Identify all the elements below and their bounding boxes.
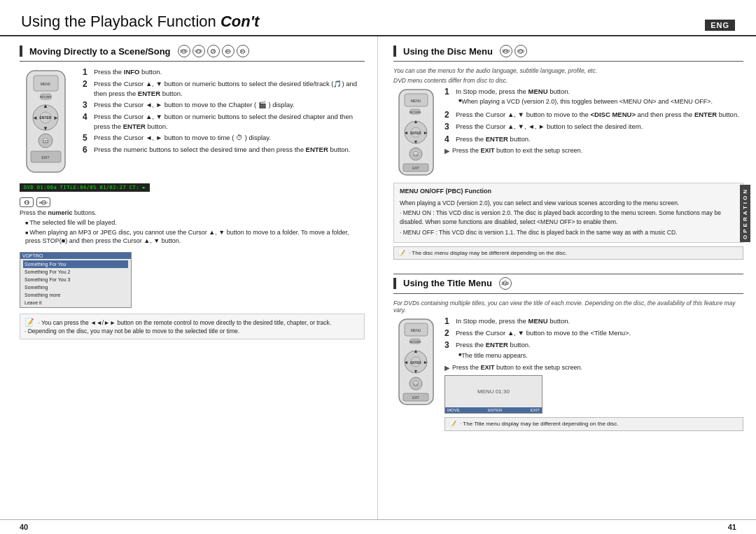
menu-onoff-desc: When playing a VCD (version 2.0), you ca… [400, 199, 737, 208]
svg-text:ENTER: ENTER [40, 115, 52, 120]
step-6: 6 Press the numeric buttons to select th… [83, 145, 365, 155]
disc-menu-note1: You can use the menus for the audio lang… [393, 67, 743, 74]
disc-menu-steps: 1 In Stop mode, press the MENU button. W… [444, 87, 743, 179]
disc-menu-divider [393, 61, 743, 62]
lang-badge: ENG [705, 20, 735, 31]
svg-text:◄: ◄ [404, 130, 409, 135]
svg-text:►: ► [424, 130, 428, 135]
note-icon: 📝 [24, 318, 34, 326]
disc-menu-icons: DVD VCD [500, 45, 527, 57]
title-steps-list: 1 In Stop mode, press the MENU button. 2… [444, 316, 743, 362]
title-screen-area: MENU 01:30 MOVE ENTER EXIT [444, 375, 743, 414]
title-arrow-icon: ▶ [444, 364, 450, 372]
title-menu-content: MENU RETURN ENTER ▲ ▼ ◄ ► [393, 316, 743, 434]
svg-text:EXIT: EXIT [41, 155, 49, 160]
step-instructions: 1 Press the INFO button. 2 Press the Cur… [83, 67, 365, 177]
disc-step-3: 3 Press the Cursor ▲, ▼, ◄, ► button to … [444, 122, 743, 132]
screen-mockup: VOPTRO Something For You Something For Y… [20, 252, 132, 308]
title-prefix: Using the Playback Function [21, 13, 216, 30]
screen-content: Something For You Something For You 2 So… [20, 259, 131, 308]
step-3: 3 Press the Cursor ◄, ► button to move t… [83, 100, 365, 110]
steps-list: 1 Press the INFO button. 2 Press the Cur… [83, 67, 365, 155]
svg-text:▲: ▲ [414, 119, 419, 124]
title-menu-title: Using the Title Menu [403, 278, 492, 288]
disc-arrow-step: ▶ Press the EXIT button to exit the setu… [444, 147, 743, 155]
svg-text:ENTER: ENTER [410, 132, 421, 135]
left-section-heading: Moving Directly to a Scene/Song DVD VCD … [20, 45, 365, 57]
svg-text:MENU: MENU [41, 82, 51, 86]
step-4: 4 Press the Cursor ▲, ▼ button or numeri… [83, 112, 365, 131]
section-divider [20, 61, 365, 62]
disc-menu-title: Using the Disc Menu [403, 46, 493, 57]
main-content: Moving Directly to a Scene/Song DVD VCD … [0, 36, 756, 519]
disc-heading-bar [393, 45, 396, 57]
numeric-section: 0-9 MENU Press the numeric buttons. The … [20, 197, 365, 246]
title-remote: MENU RETURN ENTER ▲ ▼ ◄ ► [393, 316, 439, 434]
svg-text:RETURN: RETURN [410, 111, 421, 114]
main-title: Using the Playback Function Con't [21, 13, 259, 31]
bullet-2: When playing an MP3 or JPEG disc, you ca… [25, 228, 365, 246]
heading-bar [20, 45, 22, 57]
step-5: 5 Press the Cursor ◄, ► button to move t… [83, 133, 365, 143]
screen-item-6: Leave it [23, 299, 128, 307]
menu-on-text: · MENU ON : This VCD disc is version 2.0… [400, 209, 737, 227]
right-col-inner: OPERATION Using the Disc Menu DVD VCD Yo… [393, 45, 743, 514]
title-disc-icon: DVD [499, 277, 512, 290]
disc-menu-heading: Using the Disc Menu DVD VCD [393, 45, 743, 57]
page-header: Using the Playback Function Con't ENG [0, 0, 756, 36]
numeric-label: Press the numeric buttons. [20, 209, 365, 216]
disc-step-2: 2 Press the Cursor ▲, ▼ button to move t… [444, 110, 743, 120]
svg-text:▲: ▲ [43, 103, 48, 109]
svg-text:CD: CD [414, 153, 418, 157]
screen-item-2: Something For You 2 [23, 268, 128, 276]
screen-item-4: Something [23, 283, 128, 291]
right-column: OPERATION Using the Disc Menu DVD VCD Yo… [378, 36, 756, 519]
title-bullet: The title menu appears. [458, 351, 743, 360]
page-numbers: 40 41 [0, 519, 756, 534]
title-screen-mockup: MENU 01:30 MOVE ENTER EXIT [444, 375, 542, 414]
left-section-title: Moving Directly to a Scene/Song [29, 46, 171, 57]
step-2: 2 Press the Cursor ▲, ▼ button or numeri… [83, 79, 365, 98]
svg-text:►: ► [424, 360, 428, 365]
title-remote-svg: MENU RETURN ENTER ▲ ▼ ◄ ► [393, 316, 439, 407]
disc-note-text: · The disc menu display may be different… [409, 249, 567, 257]
left-column: Moving Directly to a Scene/Song DVD VCD … [0, 36, 378, 519]
menu-onoff-title: MENU ON/OFF (PBC) Function [400, 187, 737, 197]
svg-text:RETURN: RETURN [410, 340, 421, 344]
page: Using the Playback Function Con't ENG Mo… [0, 0, 756, 534]
disc-menu-content: MENU RETURN ENTER ▲ ▼ ◄ ► [393, 87, 743, 179]
right-divider [393, 274, 743, 274]
title-nav-exit: EXIT [531, 408, 540, 412]
disc-icon-4: MP3 [222, 45, 234, 57]
title-step-1: 1 In Stop mode, press the MENU button. [444, 316, 743, 326]
operation-sidebar: OPERATION [740, 185, 750, 242]
remote-svg: MENU RETURN ENTER ▲ ▼ ◄ ► [20, 67, 72, 176]
arrow-icon: ▶ [444, 147, 450, 155]
numeric-icon-1: 0-9 [20, 197, 34, 207]
svg-text:◄: ◄ [32, 115, 38, 121]
disc-steps-list: 1 In Stop mode, press the MENU button. W… [444, 87, 743, 144]
svg-text:►: ► [53, 115, 59, 121]
svg-text:EXIT: EXIT [412, 167, 419, 170]
title-suffix: Con't [220, 13, 259, 30]
title-small-note: 📝 · The Title menu display may be differ… [444, 417, 743, 430]
title-nav-enter: ENTER [488, 408, 502, 412]
disc-menu-icon-1: DVD [500, 45, 512, 57]
disc-icon-3: CD [207, 45, 220, 57]
screen-area: VOPTRO Something For You Something For Y… [20, 249, 365, 311]
disc-small-note: 📝 · The disc menu display may be differe… [393, 246, 743, 260]
title-menu-icon: DVD [499, 277, 512, 290]
menu-off-text: · MENU OFF : This VCD disc is version 1.… [400, 228, 737, 237]
disc-menu-note2: DVD menu contents differ from disc to di… [393, 77, 743, 84]
note-pencil-icon: 📝 [398, 249, 405, 257]
title-nav-move: MOVE [447, 408, 460, 412]
svg-text:RETURN: RETURN [40, 95, 52, 99]
svg-text:CD: CD [43, 139, 48, 143]
screen-item-1: Something For You [23, 260, 128, 268]
svg-text:▼: ▼ [414, 369, 419, 374]
svg-text:▼: ▼ [414, 139, 419, 144]
disc-menu-section: Using the Disc Menu DVD VCD You can use … [393, 45, 743, 262]
title-menu-italic: For DVDs containing multiple titles, you… [393, 300, 743, 314]
remote-illustration: MENU RETURN ENTER ▲ ▼ ◄ ► [20, 67, 76, 177]
disc-remote: MENU RETURN ENTER ▲ ▼ ◄ ► [393, 87, 439, 179]
